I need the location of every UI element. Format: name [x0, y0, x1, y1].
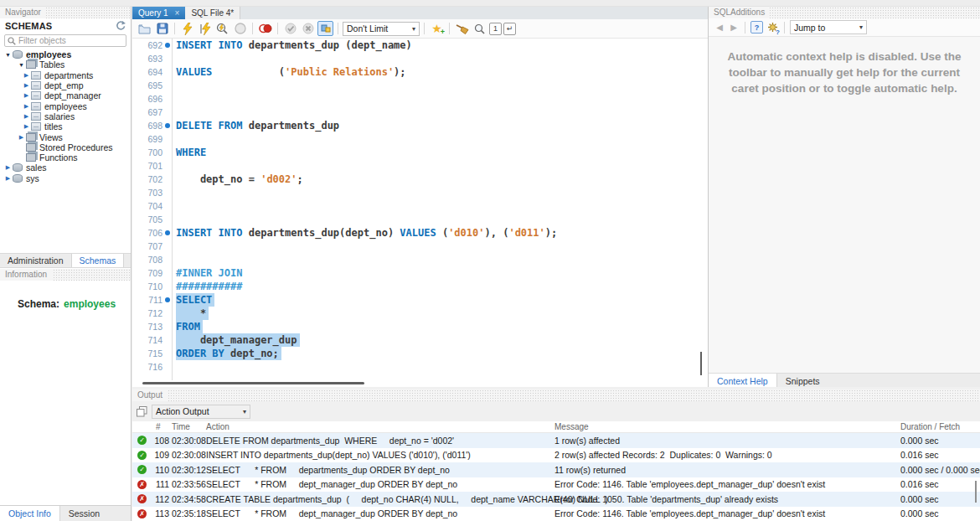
- line-number: 701: [132, 159, 162, 173]
- editor-line[interactable]: 694 VALUES ('Public Relations');: [132, 65, 708, 79]
- horizontal-scrollbar[interactable]: [142, 382, 364, 384]
- tree-item[interactable]: ▶ employees: [0, 101, 131, 111]
- tab-snippets[interactable]: Snippets: [777, 374, 828, 387]
- output-view-dropdown[interactable]: Action Output ▾: [152, 405, 250, 419]
- tab-query-1[interactable]: Query 1 ×: [132, 7, 185, 19]
- tree-item[interactable]: ▶ dept_manager: [0, 90, 131, 101]
- editor-line[interactable]: 708: [132, 253, 708, 266]
- editor-line[interactable]: 692 INSERT INTO departments_dup (dept_na…: [132, 39, 708, 52]
- jump-to-dropdown[interactable]: Jump to ▾: [790, 20, 867, 34]
- output-row[interactable]: ✓ 109 02:30:08 INSERT INTO departments_d…: [132, 448, 980, 463]
- toggle-stop-on-error-icon[interactable]: [257, 21, 273, 36]
- output-row[interactable]: ✓ 110 02:30:12 SELECT * FROM departments…: [132, 462, 980, 477]
- sql-code-area[interactable]: 692 INSERT INTO departments_dup (dept_na…: [132, 39, 708, 380]
- execute-icon[interactable]: [179, 21, 195, 36]
- cell-time: 02:30:08: [172, 436, 206, 446]
- save-script-icon[interactable]: [154, 21, 170, 36]
- output-row[interactable]: ✓ 108 02:30:08 DELETE FROM departments_d…: [132, 433, 980, 448]
- tree-expand-icon[interactable]: ▶: [22, 82, 31, 89]
- tab-object-info[interactable]: Object Info: [0, 506, 60, 521]
- tree-expand-icon[interactable]: ▶: [22, 92, 31, 99]
- tree-expand-icon[interactable]: ▶: [22, 72, 31, 79]
- output-row[interactable]: ✗ 112 02:34:58 CREATE TABLE departments_…: [132, 492, 980, 507]
- beautify-icon[interactable]: [454, 21, 470, 36]
- tab-schemas[interactable]: Schemas: [71, 254, 125, 267]
- editor-line[interactable]: 716: [132, 360, 708, 374]
- find-icon[interactable]: [472, 21, 487, 36]
- tree-item[interactable]: ▼ employees: [0, 49, 131, 59]
- output-row[interactable]: ✗ 111 02:33:56 SELECT * FROM dept_manage…: [132, 477, 980, 493]
- toggle-invisibles-icon[interactable]: 1: [489, 23, 502, 35]
- tree-expand-icon[interactable]: ▼: [17, 62, 26, 68]
- tree-item[interactable]: ▼ Tables: [0, 59, 131, 70]
- tree-item[interactable]: ▶ salaries: [0, 111, 131, 121]
- toggle-wrap-icon[interactable]: ↵: [503, 23, 516, 35]
- editor-line[interactable]: 704: [132, 199, 708, 213]
- editor-line[interactable]: 700 WHERE: [132, 146, 708, 159]
- editor-line[interactable]: 703: [132, 186, 708, 199]
- open-script-icon[interactable]: [137, 21, 152, 36]
- tree-expand-icon[interactable]: ▶: [22, 103, 31, 110]
- editor-line[interactable]: 706 INSERT INTO departments_dup(dept_no)…: [132, 226, 708, 240]
- editor-line[interactable]: 715 ORDER BY dept_no;: [132, 347, 708, 360]
- editor-line[interactable]: 696: [132, 92, 708, 106]
- tab-context-help[interactable]: Context Help: [709, 374, 777, 387]
- editor-line[interactable]: 705: [132, 213, 708, 226]
- tree-expand-icon[interactable]: ▼: [3, 52, 13, 58]
- context-help-icon[interactable]: ?: [750, 21, 763, 34]
- line-number: 704: [132, 199, 162, 213]
- filter-objects-input[interactable]: [18, 36, 119, 45]
- editor-line[interactable]: 710 ###########: [132, 280, 708, 293]
- limit-rows-dropdown[interactable]: Don't Limit ▾: [343, 22, 420, 36]
- line-number: 705: [132, 213, 162, 226]
- tree-item[interactable]: ▶ departments: [0, 70, 131, 80]
- editor-line[interactable]: 698 DELETE FROM departments_dup: [132, 119, 708, 132]
- tree-item[interactable]: ▶ sys: [0, 173, 131, 183]
- editor-line[interactable]: 699: [132, 132, 708, 146]
- cell-id: 110: [149, 465, 169, 475]
- tab-session[interactable]: Session: [60, 506, 108, 521]
- line-number: 708: [132, 253, 162, 266]
- tree-expand-icon[interactable]: ▶: [3, 164, 13, 171]
- tab-administration[interactable]: Administration: [0, 254, 71, 267]
- editor-line[interactable]: 695: [132, 79, 708, 92]
- explain-icon[interactable]: [214, 21, 230, 36]
- cell-message: 1 row(s) affected: [554, 436, 620, 446]
- editor-line[interactable]: 701: [132, 159, 708, 173]
- close-tab-icon[interactable]: ×: [175, 8, 180, 18]
- execute-current-statement-icon[interactable]: [197, 21, 213, 36]
- vertical-scrollbar[interactable]: [700, 352, 702, 375]
- toggle-autocommit-icon[interactable]: [317, 21, 333, 36]
- editor-line[interactable]: 714 dept_manager_dup: [132, 333, 708, 347]
- tree-item[interactable]: ▶ sales: [0, 162, 131, 173]
- status-icon: ✗: [137, 494, 147, 503]
- filter-box[interactable]: [4, 34, 126, 47]
- tree-expand-icon[interactable]: ▶: [17, 134, 26, 141]
- editor-line[interactable]: 707: [132, 240, 708, 253]
- cell-duration: 0.000 sec: [900, 508, 939, 518]
- tree-expand-icon[interactable]: ▶: [3, 175, 13, 182]
- editor-lines: 692 INSERT INTO departments_dup (dept_na…: [132, 39, 708, 374]
- output-scrollbar[interactable]: [975, 481, 977, 503]
- forward-icon[interactable]: ▶: [728, 23, 740, 32]
- tree-item[interactable]: ▶ titles: [0, 121, 131, 132]
- editor-line[interactable]: 712 *: [132, 307, 708, 320]
- refresh-schemas-icon[interactable]: [115, 21, 126, 31]
- tree-item[interactable]: Stored Procedures: [0, 142, 131, 152]
- back-icon[interactable]: ◀: [714, 23, 725, 32]
- save-snippet-icon[interactable]: ★ +: [429, 21, 445, 36]
- editor-line[interactable]: 713 FROM: [132, 320, 708, 333]
- toggle-automatic-help-icon[interactable]: ?: [766, 20, 779, 35]
- tree-item[interactable]: Functions: [0, 152, 131, 162]
- editor-line[interactable]: 711 SELECT: [132, 293, 708, 307]
- editor-line[interactable]: 702 dept_no = 'd002';: [132, 173, 708, 186]
- tree-expand-icon[interactable]: ▶: [22, 123, 31, 130]
- tree-item[interactable]: ▶ Views: [0, 132, 131, 142]
- output-row[interactable]: ✗ 113 02:35:18 SELECT * FROM dept_manage…: [132, 507, 980, 521]
- editor-line[interactable]: 697: [132, 106, 708, 119]
- tree-expand-icon[interactable]: ▶: [22, 113, 31, 120]
- tab-sql-file-4[interactable]: SQL File 4*: [185, 7, 240, 19]
- editor-line[interactable]: 709 #INNER JOIN: [132, 266, 708, 280]
- editor-line[interactable]: 693: [132, 52, 708, 65]
- tree-item[interactable]: ▶ dept_emp: [0, 80, 131, 90]
